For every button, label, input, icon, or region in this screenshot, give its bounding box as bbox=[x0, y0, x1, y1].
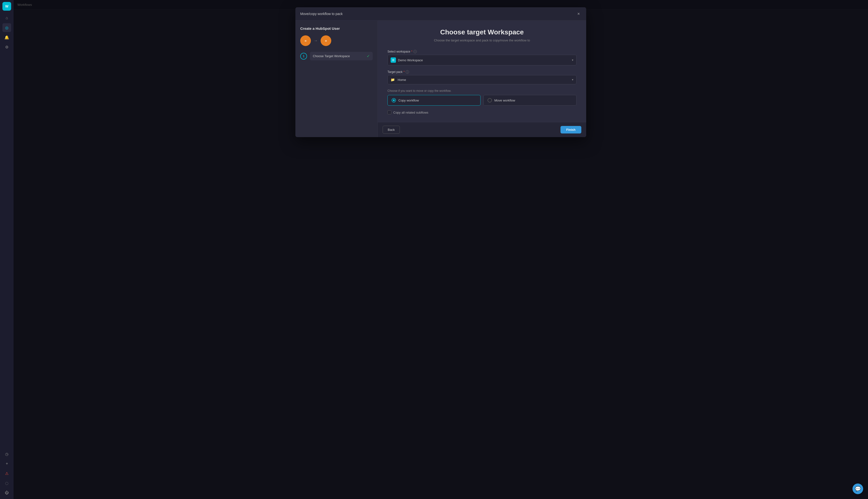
modal-title: Move/copy workflow to pack bbox=[300, 12, 343, 16]
finish-button[interactable]: Finish bbox=[560, 126, 581, 133]
pack-chevron-icon: ▾ bbox=[572, 78, 573, 81]
sidebar-item-bell[interactable]: 🔔 bbox=[2, 33, 11, 42]
target-pack-label: Target pack * i bbox=[387, 70, 577, 74]
sidebar-item-clock[interactable]: ◷ bbox=[2, 450, 11, 458]
workflow-title: Create a HubSpot User bbox=[300, 26, 373, 31]
panel-heading: Choose target Workspace bbox=[387, 28, 577, 36]
svg-text:H: H bbox=[325, 40, 327, 42]
pack-dropdown[interactable]: 📁 Home ▾ bbox=[387, 75, 577, 84]
workflow-icons: H → H bbox=[300, 35, 373, 46]
sidebar-logo[interactable]: W bbox=[2, 2, 11, 11]
right-panel-content: Choose target Workspace Choose the targe… bbox=[378, 21, 586, 122]
target-pack-group: Target pack * i 📁 Home ▾ bbox=[387, 70, 577, 84]
chat-icon: 💬 bbox=[855, 486, 861, 492]
modal-close-button[interactable]: × bbox=[576, 11, 581, 16]
workflow-target-icon: H bbox=[321, 35, 331, 46]
step-label: Choose Target Workspace bbox=[313, 54, 350, 58]
pack-name: Home bbox=[398, 78, 406, 82]
svg-text:H: H bbox=[305, 40, 306, 42]
step-number: 1 bbox=[300, 53, 307, 60]
panel-subheading: Choose the target workspace and pack to … bbox=[387, 38, 577, 42]
logo-icon: W bbox=[5, 4, 8, 8]
step-label-box: Choose Target Workspace ✓ bbox=[310, 52, 373, 60]
move-radio-circle bbox=[487, 98, 492, 102]
sidebar: W ⌂ ◎ 🔔 ⚙ ◷ ⌖ ⚠ ◌ ⏻ bbox=[0, 0, 14, 499]
folder-icon: 📁 bbox=[390, 78, 395, 82]
move-workflow-option[interactable]: Move workflow bbox=[483, 95, 577, 106]
step-1: 1 Choose Target Workspace ✓ bbox=[300, 52, 373, 60]
select-workspace-group: Select workspace * i D Demo Workspace ▾ bbox=[387, 50, 577, 65]
copy-subflows-row: Copy all related subflows bbox=[387, 110, 577, 114]
pack-dropdown-left: 📁 Home bbox=[390, 78, 406, 82]
action-label: Choose if you want to move or copy the w… bbox=[387, 89, 577, 93]
workspace-dropdown[interactable]: D Demo Workspace ▾ bbox=[387, 55, 577, 65]
main-area: Workflows Move/copy workflow to pack × C… bbox=[14, 0, 868, 499]
hubspot-icon: H bbox=[303, 38, 308, 44]
modal-header: Move/copy workflow to pack × bbox=[296, 7, 586, 21]
copy-radio-circle bbox=[391, 98, 396, 102]
step-check-icon: ✓ bbox=[366, 54, 370, 58]
sidebar-item-settings[interactable]: ⚙ bbox=[2, 42, 11, 51]
copy-subflows-label: Copy all related subflows bbox=[393, 111, 429, 114]
workspace-name: Demo Workspace bbox=[398, 58, 423, 62]
workspace-badge: D bbox=[390, 58, 396, 63]
modal-footer: Back Finish bbox=[378, 122, 586, 137]
sidebar-item-power[interactable]: ⏻ bbox=[2, 488, 11, 497]
chat-bubble[interactable]: 💬 bbox=[853, 484, 863, 494]
sidebar-item-warning[interactable]: ⚠ bbox=[2, 469, 11, 478]
workspace-chevron-icon: ▾ bbox=[572, 58, 573, 62]
arrow-icon: → bbox=[314, 38, 318, 43]
workspace-dropdown-left: D Demo Workspace bbox=[390, 58, 423, 63]
pack-required-star: * bbox=[403, 70, 405, 74]
select-workspace-label: Select workspace * i bbox=[387, 50, 577, 53]
back-button[interactable]: Back bbox=[383, 126, 400, 134]
modal-overlay: Move/copy workflow to pack × Create a Hu… bbox=[14, 0, 868, 499]
workspace-info-icon[interactable]: i bbox=[413, 50, 417, 53]
hubspot-target-icon: H bbox=[323, 38, 329, 44]
left-panel: Create a HubSpot User H → H bbox=[296, 21, 378, 137]
modal-body: Create a HubSpot User H → H bbox=[296, 21, 586, 137]
move-workflow-label: Move workflow bbox=[494, 99, 515, 102]
copy-workflow-label: Copy workflow bbox=[398, 99, 419, 102]
workflow-source-icon: H bbox=[300, 35, 311, 46]
sidebar-item-home[interactable]: ⌂ bbox=[2, 14, 11, 22]
sidebar-item-user[interactable]: ◌ bbox=[2, 479, 11, 487]
radio-group: Copy workflow Move workflow bbox=[387, 95, 577, 106]
action-group: Choose if you want to move or copy the w… bbox=[387, 89, 577, 106]
modal: Move/copy workflow to pack × Create a Hu… bbox=[296, 7, 586, 137]
right-panel: Choose target Workspace Choose the targe… bbox=[378, 21, 586, 137]
copy-subflows-checkbox[interactable] bbox=[387, 110, 391, 114]
required-star: * bbox=[411, 50, 412, 53]
sidebar-item-globe[interactable]: ◎ bbox=[2, 23, 11, 32]
sidebar-item-tag[interactable]: ⌖ bbox=[2, 459, 11, 468]
copy-workflow-option[interactable]: Copy workflow bbox=[387, 95, 481, 106]
pack-info-icon[interactable]: i bbox=[406, 70, 409, 74]
